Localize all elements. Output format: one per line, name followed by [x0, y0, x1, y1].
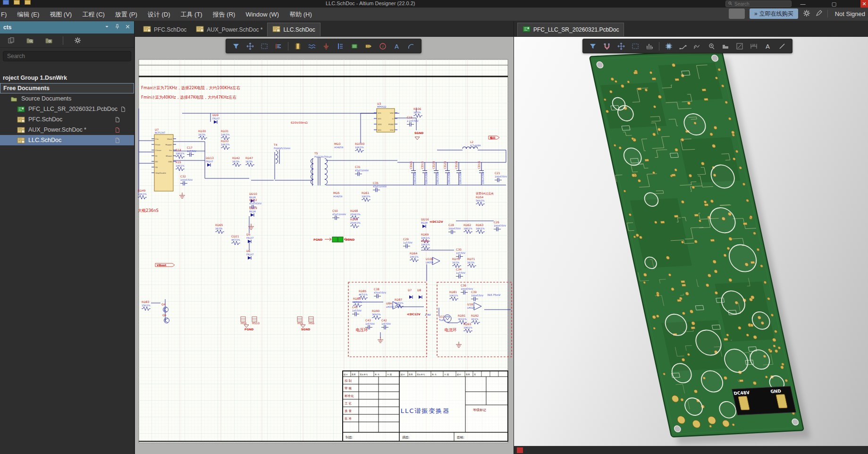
place-text-icon[interactable]: A	[391, 41, 403, 52]
tree-item-Free-Documents[interactable]: Free Documents	[0, 83, 134, 93]
buy-online-button[interactable]: »立即在线购买	[750, 8, 798, 19]
tree-item-Source-Documents[interactable]: Source Documents	[0, 93, 134, 104]
page-icon	[115, 117, 120, 123]
close-button[interactable]: ✕	[860, 0, 868, 8]
pcb-board[interactable]: DC48VGND	[590, 50, 804, 437]
menu-item-7[interactable]: 报告 (R)	[208, 11, 241, 18]
menu-item-1[interactable]: 编辑 (E)	[12, 11, 44, 18]
svg-text:RD31: RD31	[221, 129, 229, 133]
folder-search-icon[interactable]	[24, 35, 36, 46]
place-part-icon[interactable]	[292, 41, 304, 52]
place-arc-icon[interactable]	[405, 41, 417, 52]
select-area-icon[interactable]	[258, 41, 270, 52]
route-icon[interactable]	[677, 41, 689, 52]
open-icon[interactable]	[14, 0, 20, 5]
place-string-icon[interactable]: A	[762, 41, 774, 52]
svg-text:更改单号: 更改单号	[360, 373, 368, 376]
tree-item-roject-Group-1.DsnWrk[interactable]: roject Group 1.DsnWrk	[0, 73, 134, 83]
svg-text:RD85: RD85	[359, 289, 367, 293]
place-sheet-icon[interactable]	[348, 41, 361, 52]
feedback-button[interactable]	[729, 8, 745, 19]
place-via-icon[interactable]	[705, 41, 717, 52]
move-icon[interactable]	[244, 41, 256, 52]
quick-access-toolbar[interactable]	[3, 0, 31, 5]
svg-text:C36: C36	[461, 284, 466, 287]
tree-item-PFC_LLC_SR_20260321.PcbDoc[interactable]: PFC_LLC_SR_20260321.PcbDoc	[0, 104, 134, 114]
folder-gear-icon[interactable]	[42, 35, 55, 46]
menu-item-5[interactable]: 设计 (D)	[143, 11, 176, 18]
projects-panel-title: cts	[3, 24, 11, 31]
filter-icon[interactable]	[230, 41, 242, 52]
menu-item-4[interactable]: 放置 (P)	[110, 11, 143, 18]
save-icon[interactable]	[3, 0, 9, 5]
menu-item-3[interactable]: 工程 (C)	[77, 11, 110, 18]
svg-text:RD61: RD61	[362, 191, 370, 194]
snap-icon[interactable]	[601, 41, 613, 52]
svg-text:2.2nF/50V: 2.2nF/50V	[407, 120, 419, 122]
svg-text:FR107: FR107	[206, 160, 213, 163]
tree-item-AUX_Power.SchDoc-[interactable]: AUX_Power.SchDoc *	[0, 125, 134, 135]
tab-pcbdoc[interactable]: PFC_LLC_SR_20260321.PcbDoc	[517, 23, 624, 36]
settings-button[interactable]	[803, 8, 810, 19]
place-polygon-icon[interactable]	[719, 41, 732, 52]
svg-text:470nF/50V: 470nF/50V	[374, 292, 387, 294]
global-search-input[interactable]	[734, 1, 782, 7]
pcb-3d-canvas[interactable]: DC48VGND 10A	[514, 37, 868, 454]
svg-text:TL431: TL431	[438, 319, 446, 321]
tree-item-PFC.SchDoc[interactable]: PFC.SchDoc	[0, 114, 134, 125]
no-erc-icon[interactable]: i	[377, 41, 389, 52]
menu-item-2[interactable]: 视图 (V)	[44, 11, 77, 18]
route-diff-icon[interactable]	[691, 41, 703, 52]
layer-indicator[interactable]	[517, 447, 523, 453]
layer-stack-icon[interactable]	[643, 41, 656, 52]
svg-text:4K7/3%: 4K7/3%	[231, 239, 240, 241]
pcb-3d-board[interactable]: DC48VGND	[514, 37, 868, 454]
move-icon[interactable]	[615, 41, 627, 52]
place-gnd-icon[interactable]	[320, 41, 332, 52]
align-icon[interactable]	[272, 41, 285, 52]
close-icon[interactable]	[125, 24, 131, 31]
svg-text:R14: R14	[176, 148, 181, 151]
customize-button[interactable]	[815, 8, 823, 19]
schematic-drawing[interactable]: DD9FR107RD301K/3%RD3110K/3%RD3310K/3%C17…	[135, 37, 514, 454]
svg-text:10K/1%: 10K/1%	[449, 294, 458, 297]
place-dimension-icon[interactable]: 10	[748, 41, 760, 52]
svg-text:220uF/50V: 220uF/50V	[425, 171, 428, 184]
place-wire-icon[interactable]	[306, 41, 318, 52]
select-area-icon[interactable]	[629, 41, 641, 52]
svg-text:4K7/1%: 4K7/1%	[353, 301, 362, 303]
gear-icon[interactable]	[71, 35, 84, 46]
svg-text:日 期: 日 期	[387, 373, 392, 376]
tree-item-label: PFC.SchDoc	[28, 116, 62, 123]
menu-items: F)编辑 (E)视图 (V)工程 (C)放置 (P)设计 (D)工具 (T)报告…	[0, 8, 317, 21]
tab-AUX_Power.SchDoc-[interactable]: AUX_Power.SchDoc *	[191, 23, 267, 36]
chevron-down-icon[interactable]	[104, 24, 110, 31]
menu-item-9[interactable]: 帮助 (H)	[284, 11, 317, 18]
tab-LLC.SchDoc[interactable]: LLC.SchDoc	[267, 23, 320, 36]
sign-in-status[interactable]: Not Signed	[833, 10, 865, 17]
projects-search-input[interactable]	[7, 53, 127, 59]
filter-icon[interactable]	[587, 41, 599, 52]
projects-search-box[interactable]	[3, 51, 131, 61]
place-line-icon[interactable]	[776, 41, 788, 52]
menu-item-0[interactable]: F)	[0, 11, 12, 18]
open-project-icon[interactable]	[25, 0, 31, 5]
docs-icon[interactable]	[5, 35, 17, 46]
svg-text:D7: D7	[408, 288, 412, 292]
svg-text:C31: C31	[355, 165, 361, 168]
place-component-icon[interactable]	[663, 41, 675, 52]
tree-item-LLC.SchDoc[interactable]: LLC.SchDoc	[0, 135, 134, 145]
global-search-box[interactable]	[725, 0, 792, 7]
place-port-icon[interactable]: D1	[362, 41, 375, 52]
menu-item-6[interactable]: 工具 (T)	[175, 11, 207, 18]
minimize-button[interactable]: —	[796, 0, 810, 8]
schematic-canvas[interactable]: DD9FR107RD301K/3%RD3110K/3%RD3310K/3%C17…	[135, 37, 514, 454]
svg-text:RD70: RD70	[452, 257, 460, 261]
place-power-port-icon[interactable]	[334, 41, 346, 52]
menu-item-8[interactable]: Window (W)	[240, 11, 284, 18]
tab-PFC.SchDoc[interactable]: PFC.SchDoc	[138, 23, 191, 36]
pin-icon[interactable]	[114, 24, 120, 31]
measure-icon[interactable]	[733, 41, 746, 52]
maximize-button[interactable]: ▢	[827, 0, 841, 8]
projects-panel-header[interactable]: cts	[0, 21, 134, 34]
